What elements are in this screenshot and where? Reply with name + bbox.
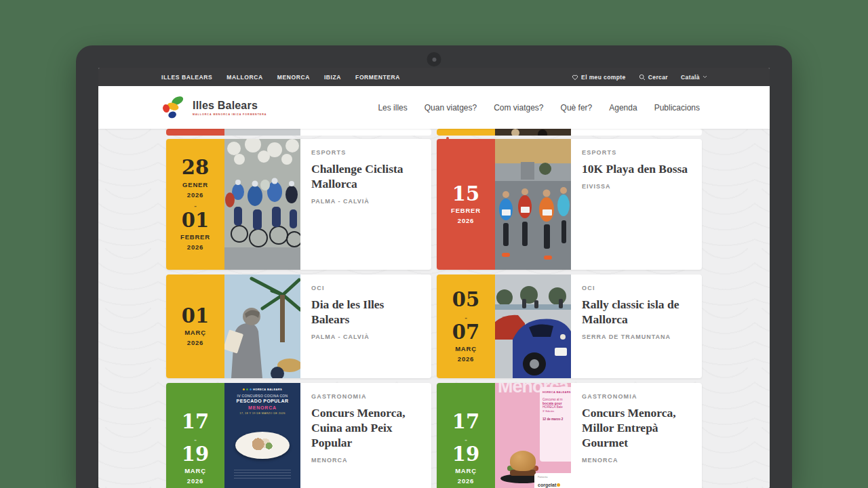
event-title: 10K Playa den Bossa <box>582 162 691 177</box>
event-info: GASTRONOMIA Concurs Menorca, Millor Entr… <box>571 383 702 488</box>
event-title: Dia de les Illes Balears <box>311 298 420 327</box>
poster-line: IV CONCURSO COCINA CON <box>224 394 300 398</box>
event-info: ESPORTS Challenge Ciclista Mallorca PALM… <box>300 139 431 270</box>
date-month: GENER <box>182 181 208 188</box>
language-selector[interactable]: Català <box>681 74 707 81</box>
date-year: 2026 <box>187 243 203 251</box>
event-category: OCI <box>582 285 691 291</box>
event-info: OCI Dia de les Illes Balears PALMA - CAL… <box>300 274 431 378</box>
island-nav-mallorca[interactable]: MALLORCA <box>226 74 262 81</box>
corgelat-logo: corgelat <box>538 483 570 487</box>
island-nav-menorca[interactable]: MENORCA <box>277 74 310 81</box>
event-card[interactable]: 28 GENER 2026 - 01 FEBRER 2026 <box>166 139 431 270</box>
event-row: 01 MARÇ 2026 <box>166 274 702 378</box>
event-location: EIVISSA <box>582 183 691 190</box>
agenda-content: 28 GENER 2026 - 01 FEBRER 2026 <box>98 129 770 488</box>
statue-palm-trees-photo <box>224 274 300 378</box>
date-year: 2026 <box>458 355 474 363</box>
date-year: 2026 <box>458 217 474 224</box>
my-account-label: El meu compte <box>581 74 626 81</box>
event-date-block: 01 MARÇ 2026 <box>166 274 224 378</box>
nav-agenda[interactable]: Agenda <box>609 103 637 113</box>
event-date-block: 15 FEBRER 2026 <box>437 139 495 270</box>
poster-line: MENORCA <box>224 405 300 410</box>
date-month: FEBRER <box>180 233 210 241</box>
event-date-block <box>437 129 495 136</box>
event-title: Rally classic isla de Mallorca <box>582 298 691 327</box>
date-day: 01 <box>182 211 209 231</box>
cycling-peloton-photo <box>224 139 300 270</box>
nav-quan-viatges[interactable]: Quan viatges? <box>425 103 477 113</box>
event-category: OCI <box>311 285 420 291</box>
search-button[interactable]: Cercar <box>639 74 668 81</box>
sponsor-box: Patrocina corgelat <box>534 473 571 488</box>
event-photo <box>495 129 571 136</box>
search-icon <box>639 74 646 81</box>
event-category: ESPORTS <box>311 149 420 156</box>
logo-mark-icon <box>161 94 186 121</box>
island-nav-ibiza[interactable]: IBIZA <box>324 74 341 81</box>
event-info: OCI Rally classic isla de Mallorca SERRA… <box>571 274 702 378</box>
logo-text: Illes Balears MALLORCA MENORCA IBIZA FOR… <box>193 100 267 116</box>
date-month: MARÇ <box>455 467 477 474</box>
event-row: 28 GENER 2026 - 01 FEBRER 2026 <box>166 139 702 270</box>
island-nav: ILLES BALEARS MALLORCA MENORCA IBIZA FOR… <box>161 74 400 81</box>
logo-subtitle: MALLORCA MENORCA IBIZA FORMENTERA <box>193 113 267 116</box>
date-day: 01 <box>182 306 209 327</box>
nav-les-illes[interactable]: Les illes <box>378 103 407 113</box>
webcam-icon <box>427 52 441 66</box>
chevron-down-icon <box>703 75 707 79</box>
date-year: 2026 <box>187 339 203 346</box>
horeca-logo: HORECA BALEARS <box>224 388 300 391</box>
date-month: MARÇ <box>184 329 206 336</box>
event-card-clipped[interactable] <box>166 129 431 136</box>
event-card[interactable]: 17 - 19 MARÇ 2026 HORECA BALEARS <box>166 383 431 488</box>
road-runners-photo <box>495 139 571 270</box>
event-date-block: 28 GENER 2026 - 01 FEBRER 2026 <box>166 139 224 270</box>
date-month: MARÇ <box>455 345 477 352</box>
event-category: ESPORTS <box>582 149 691 156</box>
browser-screen: ILLES BALEARS MALLORCA MENORCA IBIZA FOR… <box>98 68 770 488</box>
event-location: PALMA - CALVIÀ <box>311 333 420 340</box>
event-category: GASTRONOMIA <box>582 393 691 400</box>
event-title: Concurs Menorca, Millor Entrepà Gourmet <box>582 406 691 451</box>
heart-icon <box>572 74 578 81</box>
nav-que-fer[interactable]: Què fer? <box>561 103 593 113</box>
search-label: Cercar <box>648 74 668 81</box>
event-card[interactable]: 15 FEBRER 2026 <box>437 139 702 270</box>
island-nav-illes-balears[interactable]: ILLES BALEARS <box>161 74 212 81</box>
date-day: 17 <box>452 412 479 432</box>
date-day: 28 <box>182 158 209 178</box>
poster-line: 17, 18 Y 19 DE MARZO DE 2026 <box>224 411 300 415</box>
date-day: 05 <box>452 290 479 310</box>
date-dash: - <box>465 435 467 443</box>
illes-balears-logo[interactable]: Illes Balears MALLORCA MENORCA IBIZA FOR… <box>161 94 267 121</box>
event-card[interactable]: 05 - 07 MARÇ 2026 <box>437 274 702 378</box>
event-row: 17 - 19 MARÇ 2026 HORECA BALEARS <box>166 383 702 488</box>
date-month: MARÇ <box>184 467 206 474</box>
event-card-clipped[interactable] <box>437 129 702 136</box>
event-location: SERRA DE TRAMUNTANA <box>582 333 691 340</box>
date-month: FEBRER <box>451 207 481 214</box>
gourmet-sandwich-contest-poster: Menorca HORECA BALEARS Concurso al m boc… <box>495 383 571 488</box>
nav-publicacions[interactable]: Publicacions <box>654 103 700 113</box>
event-title: Concurs Menorca, Cuina amb Peix Popular <box>311 406 420 451</box>
date-year: 2026 <box>187 477 203 485</box>
laptop-frame: ILLES BALEARS MALLORCA MENORCA IBIZA FOR… <box>76 45 792 488</box>
island-nav-formentera[interactable]: FORMENTERA <box>355 74 400 81</box>
my-account-button[interactable]: El meu compte <box>572 74 626 81</box>
poster-fine-print <box>234 470 291 479</box>
event-card[interactable]: 01 MARÇ 2026 <box>166 274 431 378</box>
event-card[interactable]: 17 - 19 MARÇ 2026 Menorca HORECA BALEARS <box>437 383 702 488</box>
utility-bar: ILLES BALEARS MALLORCA MENORCA IBIZA FOR… <box>98 68 770 86</box>
date-day: 17 <box>182 412 209 432</box>
date-day: 15 <box>452 184 479 205</box>
utility-actions: El meu compte Cercar Català <box>572 74 707 81</box>
event-location: PALMA - CALVIÀ <box>311 198 420 205</box>
nav-com-viatges[interactable]: Com viatges? <box>494 103 543 113</box>
poster-line: 3ª Edición <box>542 410 571 413</box>
poster-line: HORECA Bale <box>542 405 571 409</box>
event-date-block: 17 - 19 MARÇ 2026 <box>166 383 224 488</box>
date-dash: - <box>194 435 197 443</box>
horeca-logo: HORECA BALEARS <box>542 390 571 394</box>
